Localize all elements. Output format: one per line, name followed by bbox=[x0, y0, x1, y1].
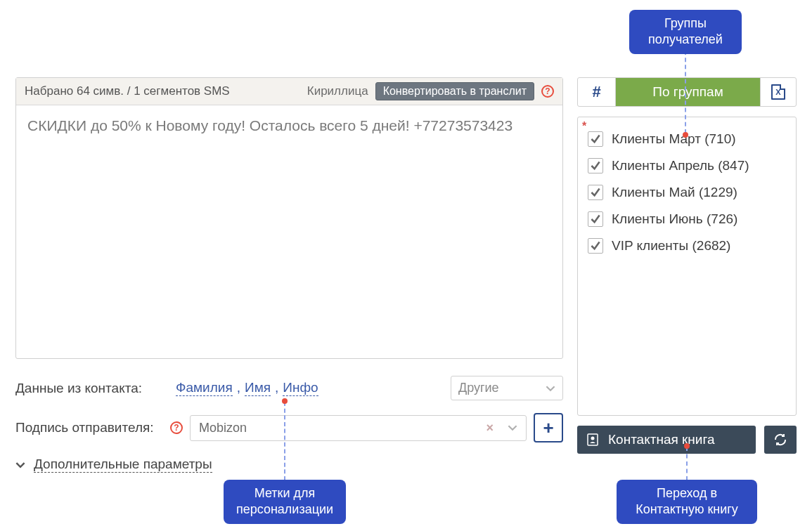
contact-data-row: Данные из контакта: Фамилия, Имя, Инфо Д… bbox=[15, 376, 563, 400]
groups-list: * Клиенты Март (710)Клиенты Апрель (847)… bbox=[577, 117, 797, 416]
checkbox[interactable] bbox=[588, 131, 603, 147]
add-sender-button[interactable]: + bbox=[534, 413, 563, 442]
required-asterisk: * bbox=[582, 120, 586, 133]
group-item[interactable]: Клиенты Апрель (847) bbox=[585, 152, 789, 179]
tooltip-contacts: Переход в Контактную книгу bbox=[617, 480, 757, 524]
group-label: Клиенты Апрель (847) bbox=[612, 158, 749, 173]
message-header: Набрано 64 симв. / 1 сегментов SMS Кирил… bbox=[16, 78, 562, 105]
tooltip-personalization: Метки для персонализации bbox=[224, 480, 346, 524]
tab-by-number[interactable]: # bbox=[578, 78, 616, 106]
clear-icon[interactable]: × bbox=[486, 421, 494, 435]
group-label: Клиенты Март (710) bbox=[612, 131, 736, 147]
group-item[interactable]: Клиенты Май (1229) bbox=[585, 179, 789, 206]
contacts-book-button[interactable]: Контактная книга bbox=[577, 426, 756, 454]
sender-label: Подпись отправителя: bbox=[15, 420, 163, 435]
recipient-tabs: # По группам X bbox=[577, 77, 797, 107]
message-textarea[interactable]: СКИДКИ до 50% к Новому году! Осталось вс… bbox=[16, 105, 562, 358]
other-fields-select[interactable]: Другие bbox=[451, 376, 563, 400]
svg-point-1 bbox=[591, 437, 595, 440]
group-label: Клиенты Май (1229) bbox=[612, 185, 737, 200]
advanced-toggle[interactable]: Дополнительные параметры bbox=[15, 457, 563, 473]
checkbox[interactable] bbox=[588, 211, 603, 227]
script-label: Кириллица bbox=[307, 84, 368, 98]
chevron-down-icon bbox=[546, 383, 555, 393]
excel-file-icon: X bbox=[771, 84, 785, 100]
char-count-status: Набрано 64 симв. / 1 сегментов SMS bbox=[25, 84, 230, 98]
checkbox[interactable] bbox=[588, 185, 603, 200]
tab-by-file[interactable]: X bbox=[761, 78, 796, 106]
group-item[interactable]: Клиенты Март (710) bbox=[585, 126, 789, 152]
group-label: Клиенты Июнь (726) bbox=[612, 211, 737, 227]
group-item[interactable]: VIP клиенты (2682) bbox=[585, 232, 789, 259]
address-book-icon bbox=[586, 433, 600, 447]
sender-row: Подпись отправителя: ? Mobizon × + bbox=[15, 413, 563, 442]
checkbox[interactable] bbox=[588, 158, 603, 173]
group-label: VIP клиенты (2682) bbox=[612, 238, 730, 254]
chevron-down-icon bbox=[508, 423, 517, 433]
checkbox[interactable] bbox=[588, 238, 603, 254]
field-info[interactable]: Инфо bbox=[283, 380, 318, 396]
help-icon[interactable]: ? bbox=[541, 85, 554, 98]
personalization-fields: Фамилия, Имя, Инфо bbox=[176, 380, 318, 396]
refresh-icon bbox=[773, 433, 787, 447]
help-icon[interactable]: ? bbox=[170, 421, 183, 434]
field-lastname[interactable]: Фамилия bbox=[176, 380, 233, 396]
contact-data-label: Данные из контакта: bbox=[15, 381, 163, 396]
tab-by-groups[interactable]: По группам bbox=[616, 78, 761, 106]
field-firstname[interactable]: Имя bbox=[245, 380, 271, 396]
translit-button[interactable]: Конвертировать в транслит bbox=[375, 82, 534, 100]
refresh-button[interactable] bbox=[764, 426, 797, 454]
chevron-down-icon bbox=[15, 460, 25, 470]
message-composer: Набрано 64 симв. / 1 сегментов SMS Кирил… bbox=[15, 77, 563, 359]
group-item[interactable]: Клиенты Июнь (726) bbox=[585, 206, 789, 232]
sender-select[interactable]: Mobizon × bbox=[190, 415, 527, 441]
